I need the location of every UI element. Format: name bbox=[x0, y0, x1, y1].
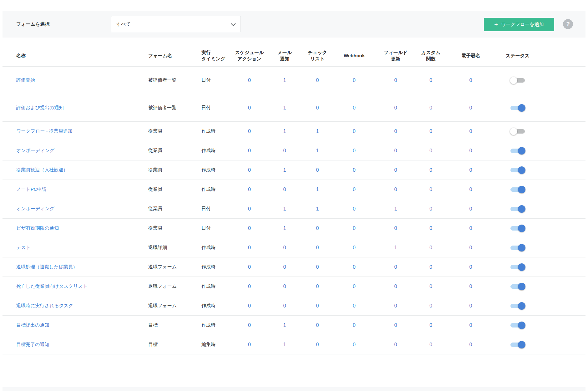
field-update-count[interactable]: 0 bbox=[394, 303, 397, 308]
schedule-action-count[interactable]: 0 bbox=[248, 342, 251, 347]
webhook-count[interactable]: 0 bbox=[353, 105, 356, 110]
webhook-count[interactable]: 0 bbox=[353, 264, 356, 270]
checklist-count[interactable]: 0 bbox=[316, 264, 319, 270]
webhook-count[interactable]: 0 bbox=[353, 78, 356, 83]
workflow-name-link[interactable]: オンボーディング bbox=[16, 206, 54, 211]
help-icon[interactable]: ? bbox=[563, 19, 573, 29]
schedule-action-count[interactable]: 0 bbox=[248, 264, 251, 270]
workflow-name-link[interactable]: ノートPC申請 bbox=[16, 186, 47, 192]
checklist-count[interactable]: 0 bbox=[316, 105, 319, 110]
field-update-count[interactable]: 0 bbox=[394, 78, 397, 83]
esign-count[interactable]: 0 bbox=[469, 342, 472, 347]
webhook-count[interactable]: 0 bbox=[353, 187, 356, 192]
status-toggle[interactable] bbox=[510, 186, 525, 193]
schedule-action-count[interactable]: 0 bbox=[248, 148, 251, 153]
status-toggle[interactable] bbox=[510, 166, 525, 174]
schedule-action-count[interactable]: 0 bbox=[248, 187, 251, 192]
checklist-count[interactable]: 1 bbox=[316, 129, 319, 134]
checklist-count[interactable]: 1 bbox=[316, 206, 319, 211]
workflow-name-link[interactable]: 目標提出の通知 bbox=[16, 322, 49, 328]
webhook-count[interactable]: 0 bbox=[353, 303, 356, 308]
schedule-action-count[interactable]: 0 bbox=[248, 78, 251, 83]
field-update-count[interactable]: 0 bbox=[394, 226, 397, 231]
checklist-count[interactable]: 0 bbox=[316, 226, 319, 231]
form-select-dropdown[interactable]: すべて bbox=[111, 16, 241, 32]
custom-fn-count[interactable]: 0 bbox=[429, 129, 432, 134]
status-toggle[interactable] bbox=[510, 341, 525, 348]
esign-count[interactable]: 0 bbox=[469, 129, 472, 134]
esign-count[interactable]: 0 bbox=[469, 245, 472, 250]
checklist-count[interactable]: 0 bbox=[316, 245, 319, 250]
status-toggle[interactable] bbox=[510, 147, 525, 155]
workflow-name-link[interactable]: 評価および提出の通知 bbox=[16, 105, 63, 110]
mail-count[interactable]: 0 bbox=[283, 148, 286, 153]
field-update-count[interactable]: 0 bbox=[394, 167, 397, 173]
status-toggle[interactable] bbox=[510, 302, 525, 310]
workflow-name-link[interactable]: 退職処理（退職した従業員） bbox=[16, 264, 78, 269]
status-toggle[interactable] bbox=[510, 244, 525, 251]
mail-count[interactable]: 0 bbox=[283, 245, 286, 250]
mail-count[interactable]: 1 bbox=[283, 105, 286, 110]
field-update-count[interactable]: 0 bbox=[394, 322, 397, 328]
schedule-action-count[interactable]: 0 bbox=[248, 167, 251, 173]
workflow-name-link[interactable]: オンボーディング bbox=[16, 148, 54, 153]
esign-count[interactable]: 0 bbox=[469, 206, 472, 211]
workflow-name-link[interactable]: 退職時に実行されるタスク bbox=[16, 303, 73, 308]
custom-fn-count[interactable]: 0 bbox=[429, 264, 432, 270]
add-workflow-button[interactable]: + ワークフローを追加 bbox=[484, 18, 554, 31]
custom-fn-count[interactable]: 0 bbox=[429, 342, 432, 347]
field-update-count[interactable]: 0 bbox=[394, 187, 397, 192]
field-update-count[interactable]: 0 bbox=[394, 264, 397, 270]
custom-fn-count[interactable]: 0 bbox=[429, 226, 432, 231]
custom-fn-count[interactable]: 0 bbox=[429, 245, 432, 250]
webhook-count[interactable]: 0 bbox=[353, 129, 356, 134]
workflow-name-link[interactable]: 従業員歓迎（入社歓迎） bbox=[16, 167, 68, 172]
field-update-count[interactable]: 0 bbox=[394, 342, 397, 347]
field-update-count[interactable]: 1 bbox=[394, 206, 397, 211]
mail-count[interactable]: 1 bbox=[283, 226, 286, 231]
schedule-action-count[interactable]: 0 bbox=[248, 206, 251, 211]
webhook-count[interactable]: 0 bbox=[353, 148, 356, 153]
workflow-name-link[interactable]: 死亡した従業員向けタスクリスト bbox=[16, 283, 88, 289]
esign-count[interactable]: 0 bbox=[469, 303, 472, 308]
esign-count[interactable]: 0 bbox=[469, 167, 472, 173]
custom-fn-count[interactable]: 0 bbox=[429, 187, 432, 192]
mail-count[interactable]: 1 bbox=[283, 78, 286, 83]
field-update-count[interactable]: 0 bbox=[394, 129, 397, 134]
esign-count[interactable]: 0 bbox=[469, 226, 472, 231]
custom-fn-count[interactable]: 0 bbox=[429, 167, 432, 173]
custom-fn-count[interactable]: 0 bbox=[429, 148, 432, 153]
custom-fn-count[interactable]: 0 bbox=[429, 322, 432, 328]
checklist-count[interactable]: 0 bbox=[316, 342, 319, 347]
webhook-count[interactable]: 0 bbox=[353, 322, 356, 328]
esign-count[interactable]: 0 bbox=[469, 187, 472, 192]
schedule-action-count[interactable]: 0 bbox=[248, 245, 251, 250]
schedule-action-count[interactable]: 0 bbox=[248, 322, 251, 328]
schedule-action-count[interactable]: 0 bbox=[248, 226, 251, 231]
custom-fn-count[interactable]: 0 bbox=[429, 206, 432, 211]
custom-fn-count[interactable]: 0 bbox=[429, 105, 432, 110]
checklist-count[interactable]: 1 bbox=[316, 187, 319, 192]
mail-count[interactable]: 0 bbox=[283, 303, 286, 308]
custom-fn-count[interactable]: 0 bbox=[429, 78, 432, 83]
esign-count[interactable]: 0 bbox=[469, 322, 472, 328]
schedule-action-count[interactable]: 0 bbox=[248, 284, 251, 289]
checklist-count[interactable]: 0 bbox=[316, 322, 319, 328]
schedule-action-count[interactable]: 0 bbox=[248, 129, 251, 134]
mail-count[interactable]: 0 bbox=[283, 264, 286, 270]
webhook-count[interactable]: 0 bbox=[353, 167, 356, 173]
checklist-count[interactable]: 0 bbox=[316, 167, 319, 173]
schedule-action-count[interactable]: 0 bbox=[248, 303, 251, 308]
workflow-name-link[interactable]: ビザ有効期限の通知 bbox=[16, 225, 59, 231]
mail-count[interactable]: 1 bbox=[283, 206, 286, 211]
status-toggle[interactable] bbox=[510, 77, 525, 84]
workflow-name-link[interactable]: 目標完了の通知 bbox=[16, 342, 49, 347]
webhook-count[interactable]: 0 bbox=[353, 206, 356, 211]
custom-fn-count[interactable]: 0 bbox=[429, 284, 432, 289]
checklist-count[interactable]: 0 bbox=[316, 284, 319, 289]
webhook-count[interactable]: 0 bbox=[353, 342, 356, 347]
mail-count[interactable]: 1 bbox=[283, 129, 286, 134]
status-toggle[interactable] bbox=[510, 225, 525, 232]
checklist-count[interactable]: 0 bbox=[316, 303, 319, 308]
mail-count[interactable]: 1 bbox=[283, 322, 286, 328]
